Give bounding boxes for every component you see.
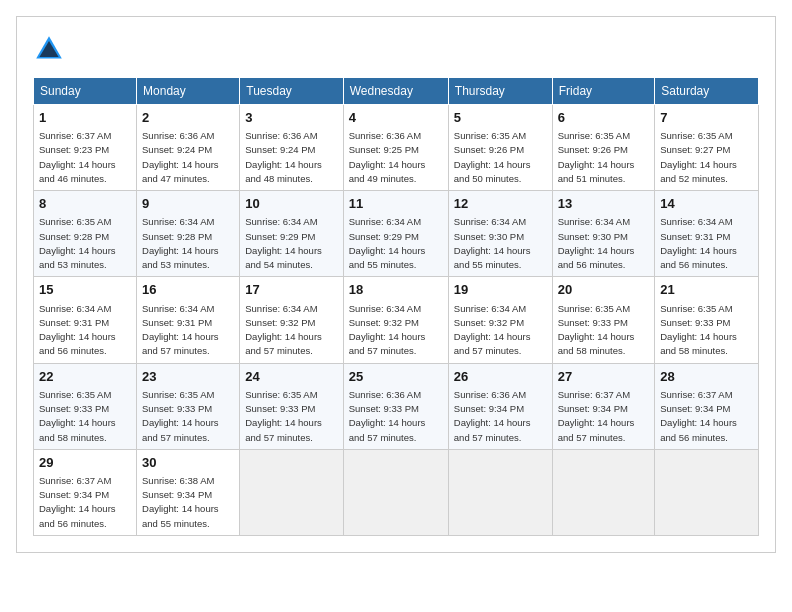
- day-cell: 30 Sunrise: 6:38 AMSunset: 9:34 PMDaylig…: [137, 449, 240, 535]
- day-info: Sunrise: 6:37 AMSunset: 9:34 PMDaylight:…: [558, 389, 635, 443]
- day-number: 27: [558, 368, 650, 386]
- day-info: Sunrise: 6:37 AMSunset: 9:34 PMDaylight:…: [660, 389, 737, 443]
- week-row-1: 1 Sunrise: 6:37 AMSunset: 9:23 PMDayligh…: [34, 105, 759, 191]
- day-cell: 2 Sunrise: 6:36 AMSunset: 9:24 PMDayligh…: [137, 105, 240, 191]
- day-cell: 1 Sunrise: 6:37 AMSunset: 9:23 PMDayligh…: [34, 105, 137, 191]
- day-number: 26: [454, 368, 547, 386]
- day-info: Sunrise: 6:35 AMSunset: 9:26 PMDaylight:…: [558, 130, 635, 184]
- day-info: Sunrise: 6:35 AMSunset: 9:28 PMDaylight:…: [39, 216, 116, 270]
- day-info: Sunrise: 6:35 AMSunset: 9:33 PMDaylight:…: [660, 303, 737, 357]
- day-cell: 9 Sunrise: 6:34 AMSunset: 9:28 PMDayligh…: [137, 191, 240, 277]
- weekday-friday: Friday: [552, 78, 655, 105]
- day-number: 25: [349, 368, 443, 386]
- day-info: Sunrise: 6:36 AMSunset: 9:25 PMDaylight:…: [349, 130, 426, 184]
- day-number: 18: [349, 281, 443, 299]
- day-number: 13: [558, 195, 650, 213]
- day-info: Sunrise: 6:35 AMSunset: 9:33 PMDaylight:…: [39, 389, 116, 443]
- day-number: 3: [245, 109, 337, 127]
- day-info: Sunrise: 6:37 AMSunset: 9:34 PMDaylight:…: [39, 475, 116, 529]
- day-info: Sunrise: 6:34 AMSunset: 9:30 PMDaylight:…: [558, 216, 635, 270]
- day-cell: [552, 449, 655, 535]
- day-cell: 11 Sunrise: 6:34 AMSunset: 9:29 PMDaylig…: [343, 191, 448, 277]
- day-number: 29: [39, 454, 131, 472]
- day-cell: 24 Sunrise: 6:35 AMSunset: 9:33 PMDaylig…: [240, 363, 343, 449]
- day-number: 11: [349, 195, 443, 213]
- svg-rect-2: [44, 51, 54, 57]
- day-cell: 13 Sunrise: 6:34 AMSunset: 9:30 PMDaylig…: [552, 191, 655, 277]
- weekday-monday: Monday: [137, 78, 240, 105]
- day-number: 19: [454, 281, 547, 299]
- day-info: Sunrise: 6:34 AMSunset: 9:30 PMDaylight:…: [454, 216, 531, 270]
- page-header: [33, 33, 759, 65]
- day-cell: [655, 449, 759, 535]
- day-cell: 21 Sunrise: 6:35 AMSunset: 9:33 PMDaylig…: [655, 277, 759, 363]
- day-cell: 25 Sunrise: 6:36 AMSunset: 9:33 PMDaylig…: [343, 363, 448, 449]
- day-number: 12: [454, 195, 547, 213]
- day-info: Sunrise: 6:35 AMSunset: 9:33 PMDaylight:…: [245, 389, 322, 443]
- day-number: 8: [39, 195, 131, 213]
- week-row-2: 8 Sunrise: 6:35 AMSunset: 9:28 PMDayligh…: [34, 191, 759, 277]
- day-number: 17: [245, 281, 337, 299]
- day-info: Sunrise: 6:35 AMSunset: 9:33 PMDaylight:…: [142, 389, 219, 443]
- calendar-page: SundayMondayTuesdayWednesdayThursdayFrid…: [16, 16, 776, 553]
- day-number: 22: [39, 368, 131, 386]
- day-cell: 7 Sunrise: 6:35 AMSunset: 9:27 PMDayligh…: [655, 105, 759, 191]
- day-number: 4: [349, 109, 443, 127]
- day-number: 5: [454, 109, 547, 127]
- day-info: Sunrise: 6:34 AMSunset: 9:32 PMDaylight:…: [454, 303, 531, 357]
- logo-icon: [33, 33, 65, 65]
- day-number: 30: [142, 454, 234, 472]
- day-cell: 19 Sunrise: 6:34 AMSunset: 9:32 PMDaylig…: [448, 277, 552, 363]
- day-info: Sunrise: 6:34 AMSunset: 9:32 PMDaylight:…: [349, 303, 426, 357]
- week-row-5: 29 Sunrise: 6:37 AMSunset: 9:34 PMDaylig…: [34, 449, 759, 535]
- day-cell: 3 Sunrise: 6:36 AMSunset: 9:24 PMDayligh…: [240, 105, 343, 191]
- day-number: 15: [39, 281, 131, 299]
- day-info: Sunrise: 6:35 AMSunset: 9:33 PMDaylight:…: [558, 303, 635, 357]
- day-cell: 6 Sunrise: 6:35 AMSunset: 9:26 PMDayligh…: [552, 105, 655, 191]
- weekday-header-row: SundayMondayTuesdayWednesdayThursdayFrid…: [34, 78, 759, 105]
- day-cell: 16 Sunrise: 6:34 AMSunset: 9:31 PMDaylig…: [137, 277, 240, 363]
- day-info: Sunrise: 6:34 AMSunset: 9:29 PMDaylight:…: [349, 216, 426, 270]
- day-info: Sunrise: 6:34 AMSunset: 9:31 PMDaylight:…: [142, 303, 219, 357]
- weekday-saturday: Saturday: [655, 78, 759, 105]
- day-info: Sunrise: 6:34 AMSunset: 9:29 PMDaylight:…: [245, 216, 322, 270]
- weekday-thursday: Thursday: [448, 78, 552, 105]
- logo: [33, 33, 69, 65]
- day-number: 21: [660, 281, 753, 299]
- weekday-tuesday: Tuesday: [240, 78, 343, 105]
- day-info: Sunrise: 6:34 AMSunset: 9:31 PMDaylight:…: [660, 216, 737, 270]
- day-info: Sunrise: 6:35 AMSunset: 9:26 PMDaylight:…: [454, 130, 531, 184]
- day-info: Sunrise: 6:36 AMSunset: 9:33 PMDaylight:…: [349, 389, 426, 443]
- day-info: Sunrise: 6:38 AMSunset: 9:34 PMDaylight:…: [142, 475, 219, 529]
- day-cell: [343, 449, 448, 535]
- day-info: Sunrise: 6:34 AMSunset: 9:31 PMDaylight:…: [39, 303, 116, 357]
- day-cell: [240, 449, 343, 535]
- day-number: 23: [142, 368, 234, 386]
- day-cell: 27 Sunrise: 6:37 AMSunset: 9:34 PMDaylig…: [552, 363, 655, 449]
- day-cell: 10 Sunrise: 6:34 AMSunset: 9:29 PMDaylig…: [240, 191, 343, 277]
- day-number: 16: [142, 281, 234, 299]
- day-number: 20: [558, 281, 650, 299]
- day-cell: 28 Sunrise: 6:37 AMSunset: 9:34 PMDaylig…: [655, 363, 759, 449]
- day-cell: 22 Sunrise: 6:35 AMSunset: 9:33 PMDaylig…: [34, 363, 137, 449]
- day-info: Sunrise: 6:34 AMSunset: 9:32 PMDaylight:…: [245, 303, 322, 357]
- day-cell: 20 Sunrise: 6:35 AMSunset: 9:33 PMDaylig…: [552, 277, 655, 363]
- day-info: Sunrise: 6:34 AMSunset: 9:28 PMDaylight:…: [142, 216, 219, 270]
- calendar-table: SundayMondayTuesdayWednesdayThursdayFrid…: [33, 77, 759, 536]
- day-info: Sunrise: 6:36 AMSunset: 9:24 PMDaylight:…: [245, 130, 322, 184]
- day-number: 7: [660, 109, 753, 127]
- day-cell: 12 Sunrise: 6:34 AMSunset: 9:30 PMDaylig…: [448, 191, 552, 277]
- day-number: 14: [660, 195, 753, 213]
- day-cell: 15 Sunrise: 6:34 AMSunset: 9:31 PMDaylig…: [34, 277, 137, 363]
- day-number: 6: [558, 109, 650, 127]
- day-info: Sunrise: 6:36 AMSunset: 9:34 PMDaylight:…: [454, 389, 531, 443]
- day-number: 2: [142, 109, 234, 127]
- day-cell: [448, 449, 552, 535]
- day-info: Sunrise: 6:37 AMSunset: 9:23 PMDaylight:…: [39, 130, 116, 184]
- day-number: 10: [245, 195, 337, 213]
- week-row-4: 22 Sunrise: 6:35 AMSunset: 9:33 PMDaylig…: [34, 363, 759, 449]
- weekday-sunday: Sunday: [34, 78, 137, 105]
- day-cell: 23 Sunrise: 6:35 AMSunset: 9:33 PMDaylig…: [137, 363, 240, 449]
- day-cell: 17 Sunrise: 6:34 AMSunset: 9:32 PMDaylig…: [240, 277, 343, 363]
- day-cell: 8 Sunrise: 6:35 AMSunset: 9:28 PMDayligh…: [34, 191, 137, 277]
